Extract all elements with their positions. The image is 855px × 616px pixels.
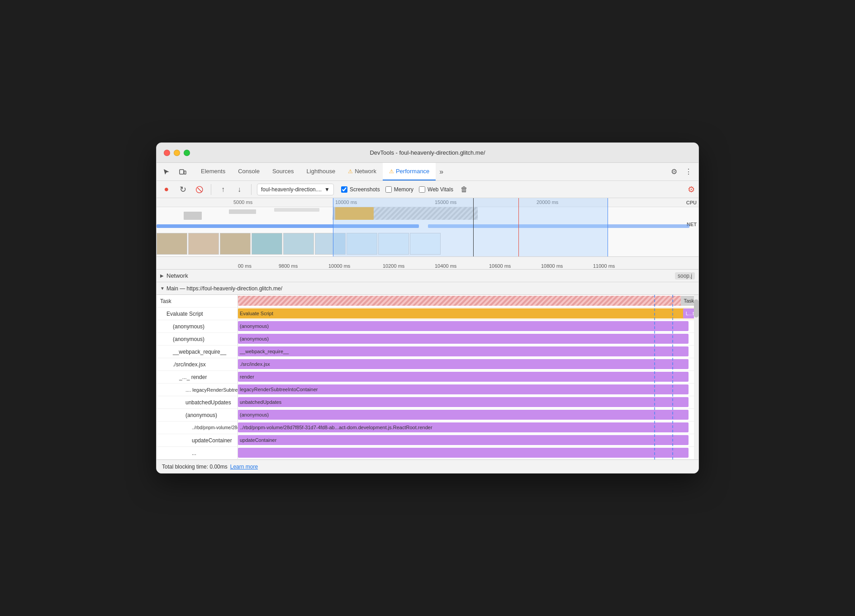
update-container-label: updateContainer <box>157 434 238 446</box>
detail-area: 00 ms 9800 ms 10000 ms 10200 ms 10400 ms… <box>157 257 698 460</box>
task-label: Task <box>157 295 238 307</box>
ruler-5000: 5000 ms <box>233 199 252 205</box>
cpu-label: CPU <box>686 200 697 205</box>
react-root-bar-area: ../rbd/pnpm-volume/28d7f85f-31d7-4fd8-ab… <box>238 422 698 434</box>
render-bar-area: render <box>238 371 698 383</box>
scrollbar-thumb[interactable] <box>694 299 698 317</box>
more-options-icon[interactable]: ⋮ <box>682 166 695 178</box>
blocking-time-text: Total blocking time: 0.00ms <box>162 464 228 470</box>
cursor-icon[interactable] <box>160 166 173 178</box>
web-vitals-checkbox[interactable]: Web Vitals <box>419 186 453 193</box>
legacy-render-row[interactable]: .... legacyRenderSubtreeIntoContainer le… <box>157 384 698 396</box>
index-jsx-label: ./src/index.jsx <box>157 358 238 370</box>
anonymous-3-flame-bar: (anonymous) <box>238 410 689 420</box>
zoom-mark-11000: 11000 ms <box>593 263 615 269</box>
react-root-flame-bar: ../rbd/pnpm-volume/28d7f85f-31d7-4fd8-ab… <box>238 422 689 432</box>
anonymous-3-row[interactable]: (anonymous) (anonymous) <box>157 409 698 422</box>
unbatched-bar-area: unbatchedUpdates <box>238 396 698 408</box>
nav-settings-group: ⚙ ⋮ <box>668 166 695 178</box>
toolbar-checkboxes: Screenshots Memory Web Vitals <box>341 186 453 193</box>
clear-button[interactable]: 🚫 <box>193 183 205 196</box>
toolbar-divider-1 <box>211 184 211 195</box>
learn-more-link[interactable]: Learn more <box>230 464 258 470</box>
network-warn-icon: ⚠ <box>348 168 353 175</box>
update-container-flame-bar: updateContainer <box>238 435 689 445</box>
index-jsx-flame-bar: ./src/index.jsx <box>238 359 689 369</box>
evaluate-bar-area: Evaluate Script L...t <box>238 308 698 320</box>
close-button[interactable] <box>164 150 170 156</box>
nav-icon-group <box>160 166 189 178</box>
webpack-flame-bar: __webpack_require__ <box>238 346 689 356</box>
zoom-mark-10800: 10800 ms <box>541 263 563 269</box>
tab-performance[interactable]: ⚠ Performance <box>383 163 436 180</box>
react-root-label: ../rbd/pnpm-volume/28d7f85f-31d7-4fd8-ab… <box>157 422 238 434</box>
window-title: DevTools - foul-heavenly-direction.glitc… <box>370 149 485 156</box>
timeline-vline-dark <box>473 198 474 256</box>
anonymous-1-label: (anonymous) <box>157 320 238 332</box>
scrollbar-track[interactable] <box>694 295 698 460</box>
unbatched-label: unbatchedUpdates <box>157 396 238 408</box>
tab-sources[interactable]: Sources <box>266 163 300 180</box>
minimize-button[interactable] <box>174 150 180 156</box>
record-button[interactable]: ● <box>160 183 173 196</box>
index-jsx-bar-area: ./src/index.jsx <box>238 358 698 370</box>
download-button[interactable]: ↓ <box>233 183 246 196</box>
memory-checkbox[interactable]: Memory <box>385 186 413 193</box>
anonymous-2-flame-bar: (anonymous) <box>238 334 689 344</box>
anonymous-1-flame-bar: (anonymous) <box>238 321 689 331</box>
anonymous-1-row[interactable]: (anonymous) (anonymous) <box>157 320 698 333</box>
anonymous-2-row[interactable]: (anonymous) (anonymous) <box>157 333 698 346</box>
zoom-mark-10000: 10000 ms <box>328 263 350 269</box>
webpack-label: __webpack_require__ <box>157 346 238 358</box>
upload-button[interactable]: ↑ <box>217 183 229 196</box>
flame-chart[interactable]: Task Task Evaluate Script Evaluate Scrip… <box>157 295 698 460</box>
device-toolbar-icon[interactable] <box>176 166 189 178</box>
tab-console[interactable]: Console <box>232 163 266 180</box>
react-root-row[interactable]: ../rbd/pnpm-volume/28d7f85f-31d7-4fd8-ab… <box>157 422 698 434</box>
network-section-header[interactable]: ▶ Network soop.j <box>157 270 698 282</box>
evaluate-script-row[interactable]: Evaluate Script Evaluate Script L...t <box>157 308 698 320</box>
update-container-row[interactable]: updateContainer updateContainer <box>157 434 698 447</box>
maximize-button[interactable] <box>184 150 190 156</box>
legacy-render-flame-bar: legacyRenderSubtreeIntoContainer <box>238 384 689 394</box>
network-section-label: Network <box>166 272 188 279</box>
anonymous-3-bar-area: (anonymous) <box>238 409 698 421</box>
tab-network[interactable]: ⚠ Network <box>342 163 383 180</box>
reload-button[interactable]: ↻ <box>176 183 189 196</box>
screenshots-checkbox[interactable]: Screenshots <box>341 186 380 193</box>
render-row[interactable]: _..._ render render <box>157 371 698 384</box>
render-flame-bar: render <box>238 372 689 382</box>
more-label: ... <box>157 447 238 459</box>
more-flame-bar <box>238 448 689 458</box>
tab-lighthouse[interactable]: Lighthouse <box>300 163 342 180</box>
webpack-bar-area: __webpack_require__ <box>238 346 698 358</box>
network-section-arrow[interactable]: ▶ <box>160 273 164 278</box>
nav-bar: Elements Console Sources Lighthouse ⚠ Ne… <box>157 163 698 181</box>
tab-elements[interactable]: Elements <box>195 163 232 180</box>
profile-selector[interactable]: foul-heavenly-direction.... ▼ <box>257 184 334 195</box>
settings-red-icon[interactable]: ⚙ <box>688 185 695 194</box>
svg-rect-1 <box>184 171 186 174</box>
dashed-vline-1 <box>654 295 655 460</box>
anonymous-1-bar-area: (anonymous) <box>238 320 698 332</box>
index-jsx-row[interactable]: ./src/index.jsx ./src/index.jsx <box>157 358 698 371</box>
zoom-mark-10200: 10200 ms <box>383 263 404 269</box>
svg-rect-0 <box>180 170 184 174</box>
zoom-mark-10600: 10600 ms <box>489 263 511 269</box>
more-tabs-button[interactable]: » <box>436 163 447 180</box>
zoom-mark-9800: 9800 ms <box>279 263 298 269</box>
legacy-render-label: .... legacyRenderSubtreeIntoContainer <box>157 384 238 396</box>
more-bar-area <box>238 447 698 459</box>
unbatched-row[interactable]: unbatchedUpdates unbatchedUpdates <box>157 396 698 409</box>
main-section-arrow[interactable]: ▼ <box>160 286 165 291</box>
selector-chevron-icon: ▼ <box>324 186 330 193</box>
more-row[interactable]: ... <box>157 447 698 460</box>
task-row[interactable]: Task Task <box>157 295 698 308</box>
settings-icon[interactable]: ⚙ <box>668 166 680 178</box>
evaluate-script-flame-bar: Evaluate Script <box>238 308 689 318</box>
trash-icon[interactable]: 🗑 <box>461 185 468 194</box>
webpack-row[interactable]: __webpack_require__ __webpack_require__ <box>157 346 698 358</box>
dashed-vline-2 <box>672 295 673 460</box>
zoom-ruler: 00 ms 9800 ms 10000 ms 10200 ms 10400 ms… <box>157 257 698 270</box>
timeline-overview[interactable]: 5000 ms 10000 ms 15000 ms 20000 ms CPU N… <box>157 198 698 257</box>
